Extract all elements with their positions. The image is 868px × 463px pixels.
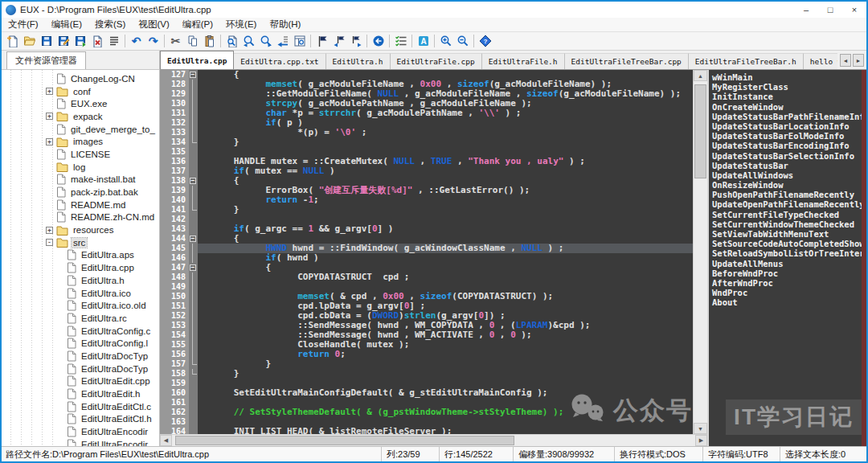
tree-file-item[interactable]: EditUltra.cpp — [2, 261, 159, 274]
fold-toggle-icon[interactable]: − — [190, 264, 196, 271]
scroll-up-icon[interactable]: ▲ — [694, 70, 707, 81]
menu-item[interactable]: 帮助(H) — [263, 18, 307, 31]
tree-file-item[interactable]: LICENSE — [2, 148, 159, 161]
function-list-item[interactable]: OnResizeWindow — [709, 180, 866, 190]
bookmark-prev-icon[interactable] — [330, 33, 347, 49]
tree-expander-icon[interactable]: - — [46, 239, 53, 246]
fold-column[interactable]: − — [189, 263, 198, 272]
menu-item[interactable]: 编辑(E) — [45, 18, 88, 31]
tree-file-item[interactable]: EditUltraEdit.cpp — [2, 375, 159, 388]
vertical-scroll-thumb[interactable] — [694, 84, 706, 178]
tree-file-item[interactable]: README.zh-CN.md — [2, 211, 159, 224]
tree-folder-item[interactable]: -src — [2, 236, 159, 249]
tree-file-item[interactable]: EditUltra.aps — [2, 249, 159, 262]
about-icon[interactable]: ? — [477, 33, 493, 49]
function-list-item[interactable]: UpdateAllMenus — [709, 259, 866, 268]
menu-item[interactable]: 环境(E) — [219, 18, 263, 31]
function-list-item[interactable]: About — [709, 297, 866, 307]
document-tab[interactable]: EditUltraFileTreeBar.cpp — [565, 53, 689, 69]
document-tab[interactable]: EditUltraFile.cpp — [391, 53, 482, 69]
tree-expander-icon[interactable]: + — [46, 88, 53, 95]
function-list-item[interactable]: UpdateStatusBar — [709, 161, 866, 170]
tree-file-item[interactable]: EditUltraDocTyp — [2, 350, 159, 363]
cut-icon[interactable]: ✂ — [167, 33, 184, 49]
tree-file-item[interactable]: ChangeLog-CN — [2, 72, 159, 85]
maximize-button[interactable]: □ — [818, 2, 842, 18]
file-tree[interactable]: ChangeLog-CN+confEUX.exe+expackgit_deve_… — [2, 70, 159, 446]
close-file-icon[interactable] — [88, 33, 105, 49]
fold-toggle-icon[interactable]: − — [190, 236, 196, 242]
function-list-item[interactable]: UpdateStatusBarLocationInfo — [709, 121, 866, 131]
tree-file-item[interactable]: EditUltraConfig.l — [2, 337, 159, 350]
bookmark-next-icon[interactable] — [347, 33, 364, 49]
function-list-item[interactable]: UpdateStatusBarPathFilenameInfo — [709, 112, 866, 121]
redo-icon[interactable]: ↷ — [145, 33, 162, 49]
find-icon[interactable] — [223, 33, 240, 49]
tree-expander-icon[interactable]: + — [46, 138, 53, 145]
fold-column[interactable]: − — [189, 234, 198, 244]
tree-folder-item[interactable]: log — [2, 161, 159, 174]
function-list-item[interactable]: WndProc — [709, 288, 866, 297]
tree-file-item[interactable]: git_deve_merge_to_ — [2, 123, 159, 136]
function-list-item[interactable]: UpdateStatusBarEolModeInfo — [709, 131, 866, 141]
tree-file-item[interactable]: EUX.exe — [2, 97, 159, 110]
document-tab[interactable]: EditUltra.h — [326, 53, 391, 69]
document-tab[interactable]: hello world.txt — [804, 53, 837, 69]
tree-file-item[interactable]: EditUltraEditCtl.c — [2, 400, 159, 413]
fold-toggle-icon[interactable]: − — [190, 72, 196, 78]
save-as-icon[interactable] — [55, 33, 72, 49]
document-tab[interactable]: EditUltra.cpp.txt — [234, 53, 326, 69]
document-tab[interactable]: EditUltra.cpp — [160, 51, 234, 69]
scroll-left-icon[interactable]: ◀ — [160, 435, 172, 446]
menu-item[interactable]: 搜索(S) — [88, 18, 132, 31]
file-list-icon[interactable] — [105, 33, 122, 49]
fold-column[interactable]: − — [189, 176, 198, 186]
function-list-item[interactable]: SetReloadSymbolListOrTreeInterva — [709, 248, 866, 258]
function-list-item[interactable]: UpdateOpenPathFilenameRecently — [709, 199, 866, 209]
copy-icon[interactable] — [184, 33, 201, 49]
tree-file-item[interactable]: EditUltraEncodir — [2, 425, 159, 438]
paste-icon[interactable] — [201, 33, 218, 49]
tree-folder-item[interactable]: +resources — [2, 223, 159, 236]
tree-folder-item[interactable]: +expack — [2, 110, 159, 123]
menu-item[interactable]: 视图(V) — [132, 18, 175, 31]
document-tab[interactable]: EditUltraFile.h — [482, 53, 565, 69]
go-back-icon[interactable] — [370, 33, 387, 49]
replace-icon[interactable] — [274, 33, 291, 49]
tree-file-item[interactable]: EditUltraEncodir — [2, 438, 159, 446]
tab-scroll-right-icon[interactable]: ► — [853, 54, 864, 67]
horizontal-scroll-thumb[interactable] — [175, 436, 514, 445]
function-list-item[interactable]: OnCreateWindow — [709, 102, 866, 112]
tree-file-item[interactable]: EditUltraEdit.h — [2, 387, 159, 400]
find-in-files-icon[interactable] — [291, 33, 308, 49]
bookmark-icon[interactable] — [313, 33, 330, 49]
function-list-item[interactable]: UpdateAllWindows — [709, 170, 866, 180]
syntax-color-icon[interactable]: A — [415, 33, 432, 49]
vertical-scrollbar[interactable]: ▲ ▼ — [693, 70, 707, 434]
tree-file-item[interactable]: EditUltra.h — [2, 274, 159, 287]
tree-file-item[interactable]: EditUltraEditCtl.h — [2, 413, 159, 426]
function-list-scrollbar[interactable] — [862, 70, 866, 446]
open-file-icon[interactable] — [21, 33, 38, 49]
save-icon[interactable] — [38, 33, 55, 49]
tree-folder-item[interactable]: +images — [2, 135, 159, 148]
tree-file-item[interactable]: pack-zip.bat.bak — [2, 186, 159, 199]
close-button[interactable]: × — [842, 2, 866, 18]
function-list-item[interactable]: BeforeWndProc — [709, 268, 866, 278]
document-tab[interactable]: EditUltraFileTreeBar.h — [689, 53, 804, 69]
function-list-item[interactable]: PushOpenPathFilenameRecently — [709, 190, 866, 199]
scroll-right-icon[interactable]: ▶ — [695, 435, 707, 446]
undo-icon[interactable]: ↶ — [128, 33, 145, 49]
function-list-item[interactable]: UpdateStatusBarSelectionInfo — [709, 151, 866, 161]
function-list-item[interactable]: AfterWndProc — [709, 278, 866, 288]
tree-file-item[interactable]: README.md — [2, 199, 159, 211]
find-next-icon[interactable] — [257, 33, 274, 49]
tree-file-item[interactable]: make-install.bat — [2, 174, 159, 186]
zoom-in-icon[interactable] — [437, 33, 454, 49]
function-list-item[interactable]: SetCurrentFileTypeChecked — [709, 210, 866, 219]
tree-file-item[interactable]: EditUltraDocTyp — [2, 363, 159, 375]
menu-item[interactable]: 编程(P) — [176, 18, 219, 31]
function-list-item[interactable]: wWinMain — [709, 72, 866, 82]
find-prev-icon[interactable] — [240, 33, 257, 49]
tree-expander-icon[interactable]: + — [46, 227, 53, 234]
